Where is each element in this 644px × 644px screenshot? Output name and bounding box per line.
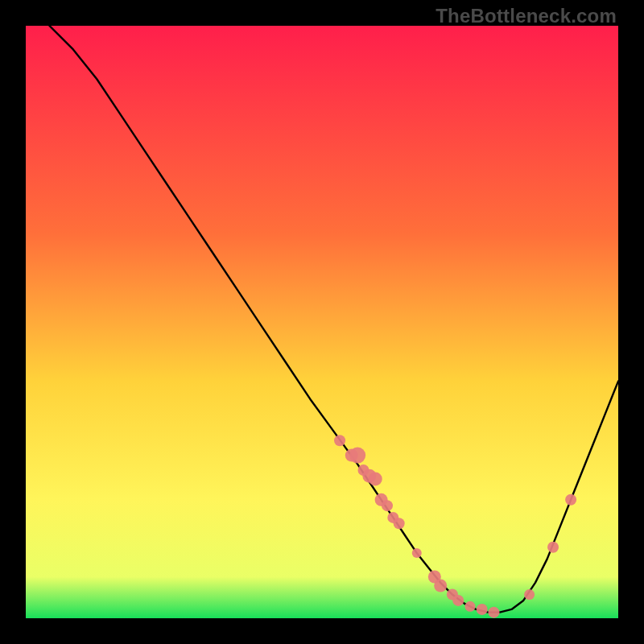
chart-background <box>26 26 618 618</box>
marker-point <box>488 607 499 618</box>
marker-point <box>565 494 576 506</box>
watermark-text: TheBottleneck.com <box>436 5 617 27</box>
marker-point <box>434 580 447 592</box>
marker-point <box>412 548 422 558</box>
marker-point <box>382 500 393 511</box>
marker-point <box>524 589 535 600</box>
marker-point <box>394 518 405 529</box>
marker-point <box>547 542 559 553</box>
chart-frame <box>26 26 618 618</box>
marker-point <box>465 601 476 612</box>
chart-svg <box>26 26 618 618</box>
marker-point <box>477 604 488 615</box>
marker-point <box>452 595 464 606</box>
marker-point <box>334 435 345 446</box>
marker-point <box>369 473 382 486</box>
marker-point <box>349 448 365 464</box>
